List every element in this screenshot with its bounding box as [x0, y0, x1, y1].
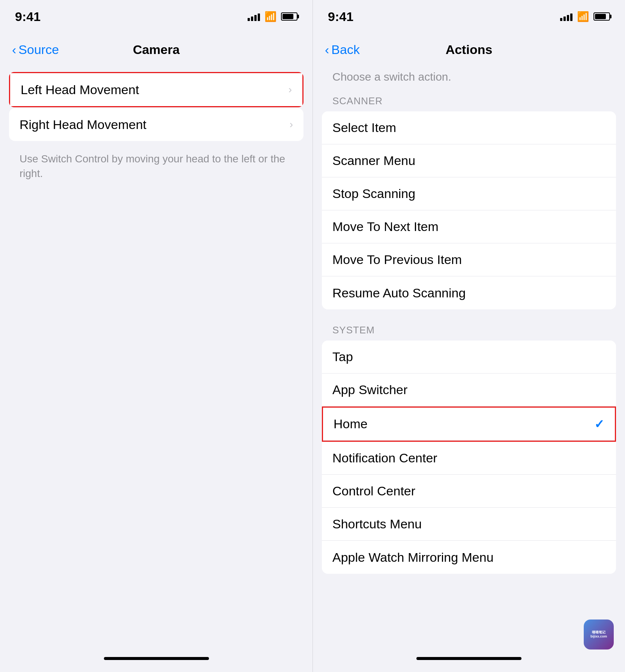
right-signal-icon — [560, 12, 572, 21]
right-back-label: Back — [331, 42, 360, 57]
move-prev-label: Move To Previous Item — [332, 252, 462, 267]
scanner-menu-item[interactable]: Scanner Menu — [322, 144, 616, 177]
checkmark-icon: ✓ — [594, 417, 604, 431]
left-nav-bar: ‹ Source Camera — [0, 33, 312, 66]
home-item-wrapper: Home ✓ — [322, 406, 616, 442]
right-status-icons: 📶 — [560, 11, 610, 22]
shortcuts-menu-item[interactable]: Shortcuts Menu — [322, 508, 616, 541]
left-status-icons: 📶 — [248, 11, 297, 22]
right-time: 9:41 — [328, 9, 353, 24]
notification-center-label: Notification Center — [332, 451, 437, 465]
system-section: SYSTEM Tap App Switcher Home ✓ Notificat… — [322, 315, 616, 574]
home-label: Home — [334, 417, 368, 431]
left-home-bar — [104, 657, 209, 660]
left-status-bar: 9:41 📶 — [0, 0, 312, 33]
move-next-label: Move To Next Item — [332, 219, 439, 234]
battery-icon — [281, 12, 297, 21]
right-head-movement-group: Right Head Movement › — [9, 108, 303, 141]
right-head-movement-item[interactable]: Right Head Movement › — [9, 108, 303, 141]
app-switcher-item[interactable]: App Switcher — [322, 374, 616, 406]
right-status-bar: 9:41 📶 — [313, 0, 625, 33]
chevron-left-icon: ‹ — [12, 42, 16, 57]
left-back-button[interactable]: ‹ Source — [12, 42, 59, 57]
move-next-item[interactable]: Move To Next Item — [322, 210, 616, 243]
notification-center-item[interactable]: Notification Center — [322, 442, 616, 475]
system-header: SYSTEM — [322, 315, 616, 340]
left-content: Left Head Movement › Right Head Movement… — [0, 66, 312, 657]
stop-scanning-item[interactable]: Stop Scanning — [322, 177, 616, 210]
home-item[interactable]: Home ✓ — [323, 408, 615, 441]
tap-item[interactable]: Tap — [322, 340, 616, 374]
scanner-list-group: Select Item Scanner Menu Stop Scanning M… — [322, 111, 616, 309]
right-nav-title: Actions — [446, 42, 493, 57]
right-content: Choose a switch action. SCANNER Select I… — [313, 66, 625, 657]
app-switcher-label: App Switcher — [332, 382, 407, 397]
signal-icon — [248, 12, 260, 21]
right-home-bar — [416, 657, 521, 660]
apple-watch-item[interactable]: Apple Watch Mirroring Menu — [322, 541, 616, 574]
right-head-chevron-icon: › — [290, 118, 293, 130]
watermark: 嘻嘻笔记bijixx.com — [584, 620, 614, 650]
left-head-movement-group: Left Head Movement › — [9, 72, 303, 107]
right-head-movement-label: Right Head Movement — [20, 117, 146, 132]
resume-scanning-label: Resume Auto Scanning — [332, 286, 466, 300]
select-item-label: Select Item — [332, 120, 396, 135]
choose-action-text: Choose a switch action. — [322, 66, 616, 86]
scanner-section: SCANNER Select Item Scanner Menu Stop Sc… — [322, 86, 616, 309]
right-wifi-icon: 📶 — [577, 11, 589, 22]
left-nav-title: Camera — [133, 42, 180, 57]
left-back-label: Source — [18, 42, 59, 57]
wifi-icon: 📶 — [264, 11, 276, 22]
left-time: 9:41 — [15, 9, 41, 24]
left-head-chevron-icon: › — [288, 84, 292, 96]
right-chevron-left-icon: ‹ — [325, 42, 329, 57]
control-center-item[interactable]: Control Center — [322, 475, 616, 508]
scanner-header: SCANNER — [322, 86, 616, 111]
right-battery-icon — [593, 12, 610, 21]
right-panel: 9:41 📶 ‹ Back Actions Choose a switch ac… — [312, 0, 625, 672]
left-head-movement-label: Left Head Movement — [21, 82, 139, 97]
left-head-movement-item[interactable]: Left Head Movement › — [10, 73, 302, 106]
left-panel: 9:41 📶 ‹ Source Camera Left Head Moveme — [0, 0, 312, 672]
stop-scanning-label: Stop Scanning — [332, 186, 415, 201]
scanner-menu-label: Scanner Menu — [332, 153, 415, 168]
control-center-label: Control Center — [332, 484, 415, 498]
resume-scanning-item[interactable]: Resume Auto Scanning — [322, 276, 616, 309]
move-prev-item[interactable]: Move To Previous Item — [322, 243, 616, 276]
right-nav-bar: ‹ Back Actions — [313, 33, 625, 66]
select-item-item[interactable]: Select Item — [322, 111, 616, 144]
system-list-group: Tap App Switcher Home ✓ Notification Cen… — [322, 340, 616, 574]
right-back-button[interactable]: ‹ Back — [325, 42, 360, 57]
shortcuts-menu-label: Shortcuts Menu — [332, 517, 422, 531]
left-description: Use Switch Control by moving your head t… — [9, 147, 303, 190]
tap-label: Tap — [332, 350, 353, 364]
apple-watch-label: Apple Watch Mirroring Menu — [332, 550, 494, 565]
